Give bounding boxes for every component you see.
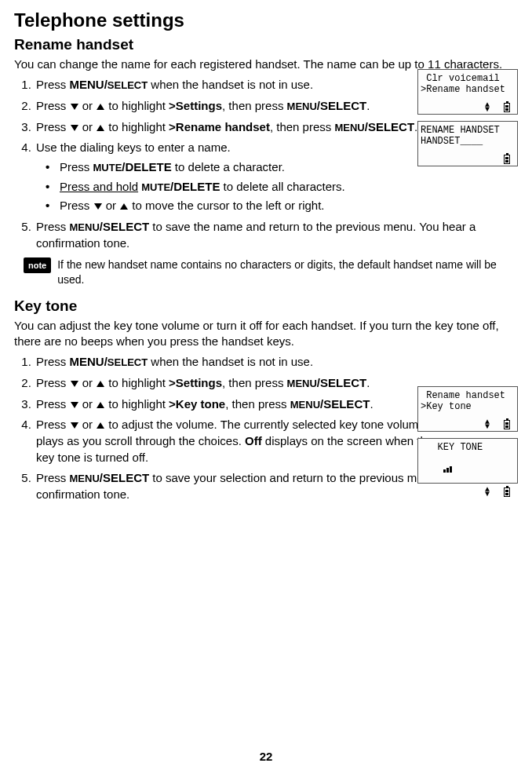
section2-intro: You can adjust the key tone volume or tu… xyxy=(14,318,518,350)
section-heading-rename: Rename handset xyxy=(14,36,518,53)
battery-icon xyxy=(504,103,510,112)
section-heading-keytone: Key tone xyxy=(14,298,518,315)
s1-step3: Press or to highlight >Rename handset, t… xyxy=(35,119,435,136)
lcd-screen-4: KEY TONE ▲▼ xyxy=(417,438,518,484)
updown-icon: ▲▼ xyxy=(485,103,490,112)
updown-icon: ▲▼ xyxy=(485,487,490,497)
lcd-screen-3: Rename handset>Key tone ▲▼ xyxy=(417,386,518,432)
s2-step2: Press or to highlight >Settings, then pr… xyxy=(35,375,435,392)
arrow-up-icon xyxy=(97,104,104,110)
note-row: note If the new handset name contains no… xyxy=(24,257,518,286)
s1-bullet2: Press and hold MUTE/DELETE to delete all… xyxy=(46,179,518,195)
lcd-screen-2: RENAME HANDSETHANDSET____ xyxy=(417,121,518,166)
arrow-down-icon xyxy=(71,422,78,429)
arrow-up-icon xyxy=(97,125,104,131)
s1-step5: Press MENU/SELECT to save the name and r… xyxy=(35,219,518,251)
note-text: If the new handset name contains no char… xyxy=(57,257,518,286)
page-number: 22 xyxy=(0,750,532,763)
s2-step1: Press MENU/SELECT when the handset is no… xyxy=(35,354,518,371)
arrow-down-icon xyxy=(71,125,78,131)
battery-icon xyxy=(504,155,510,164)
battery-icon xyxy=(504,487,510,497)
arrow-up-icon xyxy=(97,402,104,408)
arrow-down-icon xyxy=(71,402,78,408)
volume-bar-icon xyxy=(443,465,452,473)
arrow-down-icon xyxy=(71,381,78,387)
arrow-up-icon xyxy=(97,422,104,429)
note-badge: note xyxy=(24,257,51,273)
s1-step2: Press or to highlight >Settings, then pr… xyxy=(35,98,435,115)
s2-step4: Press or to adjust the volume. The curre… xyxy=(35,417,435,465)
s1-bullet3: Press or to move the cursor to the left … xyxy=(46,198,518,214)
arrow-down-icon xyxy=(94,203,102,210)
arrow-down-icon xyxy=(71,104,78,110)
page-title: Telephone settings xyxy=(14,9,518,31)
arrow-up-icon xyxy=(97,381,104,387)
s2-step3: Press or to highlight >Key tone, then pr… xyxy=(35,396,435,413)
battery-icon xyxy=(504,420,510,429)
s1-bullets: Press MUTE/DELETE to delete a character.… xyxy=(36,159,518,214)
lcd-screen-1: Clr voicemail>Rename handset ▲▼ xyxy=(417,69,518,115)
arrow-up-icon xyxy=(120,203,128,210)
updown-icon: ▲▼ xyxy=(485,420,490,429)
